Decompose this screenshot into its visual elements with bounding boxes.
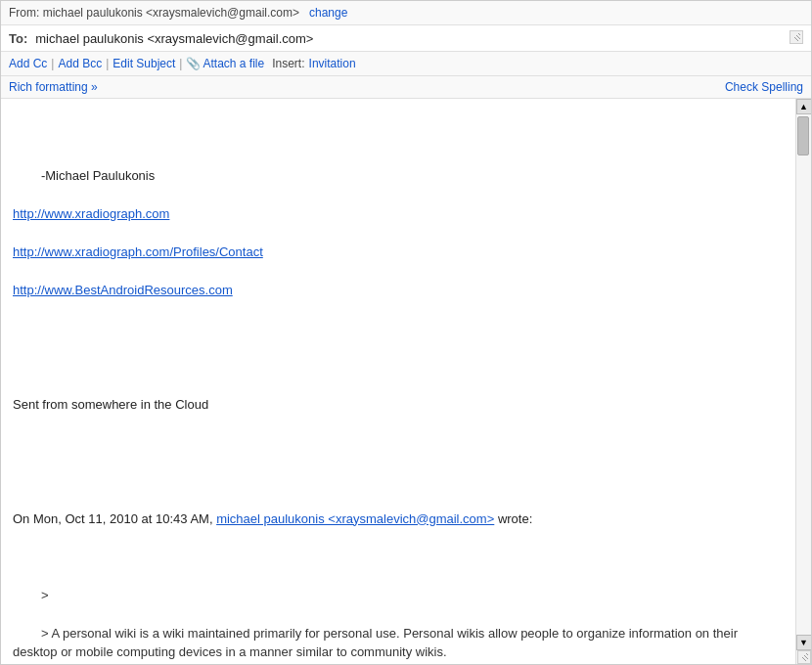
options-row: Rich formatting » Check Spelling	[1, 76, 811, 99]
edit-subject-link[interactable]: Edit Subject	[113, 57, 175, 70]
to-label: To:	[9, 31, 27, 46]
toolbar-row: Add Cc | Add Bcc | Edit Subject | 📎 Atta…	[1, 52, 811, 76]
link-xradiograph[interactable]: http://www.xradiograph.com	[13, 206, 169, 221]
insert-label: Insert:	[272, 57, 304, 70]
link-bestandroid[interactable]: http://www.BestAndroidResources.com	[13, 283, 233, 297]
scroll-down-icon: ▼	[799, 638, 808, 647]
from-label: From:	[9, 6, 39, 20]
attach-file-link[interactable]: Attach a file	[203, 57, 264, 70]
quote-header: On Mon, Oct 11, 2010 at 10:43 AM, michae…	[13, 510, 784, 529]
scroll-down-button[interactable]: ▼	[796, 635, 812, 650]
separator-1: |	[51, 57, 54, 70]
scroll-track	[797, 114, 811, 635]
scroll-thumb[interactable]	[797, 116, 809, 155]
insert-invitation-link[interactable]: Invitation	[309, 57, 356, 70]
body-area: -Michael Paulukonis http://www.xradiogra…	[1, 99, 811, 664]
signature-text: -Michael Paulukonis http://www.xradiogra…	[13, 168, 263, 297]
quoted-content: > > A personal wiki is a wiki maintained…	[13, 566, 784, 664]
separator-3: |	[179, 57, 182, 70]
check-spelling-link[interactable]: Check Spelling	[725, 80, 803, 94]
separator-2: |	[106, 57, 109, 70]
sent-from: Sent from somewhere in the Cloud	[13, 395, 784, 415]
quote-author-link[interactable]: michael paulukonis <xraysmalevich@gmail.…	[216, 511, 494, 526]
scrollbar: ▲ ▼	[795, 99, 811, 664]
resize-handle-top[interactable]	[789, 30, 803, 44]
to-input[interactable]	[35, 31, 789, 46]
bottom-resize-handle[interactable]	[797, 650, 811, 664]
email-compose-window: From: michael paulukonis <xraysmalevich@…	[0, 0, 812, 665]
to-row: To:	[1, 25, 811, 52]
from-value: michael paulukonis <xraysmalevich@gmail.…	[43, 6, 299, 20]
rich-formatting-link[interactable]: Rich formatting »	[9, 80, 98, 94]
from-row: From: michael paulukonis <xraysmalevich@…	[1, 1, 811, 25]
signature-block: -Michael Paulukonis http://www.xradiogra…	[13, 147, 784, 319]
add-cc-link[interactable]: Add Cc	[9, 57, 47, 70]
scroll-up-button[interactable]: ▲	[796, 99, 812, 114]
scroll-up-icon: ▲	[799, 102, 808, 111]
add-bcc-link[interactable]: Add Bcc	[58, 57, 102, 70]
link-xradiograph-profiles[interactable]: http://www.xradiograph.com/Profiles/Cont…	[13, 244, 263, 259]
change-from-link[interactable]: change	[309, 6, 347, 20]
email-body-text[interactable]: -Michael Paulukonis http://www.xradiogra…	[1, 99, 795, 664]
paperclip-icon: 📎	[186, 57, 201, 70]
